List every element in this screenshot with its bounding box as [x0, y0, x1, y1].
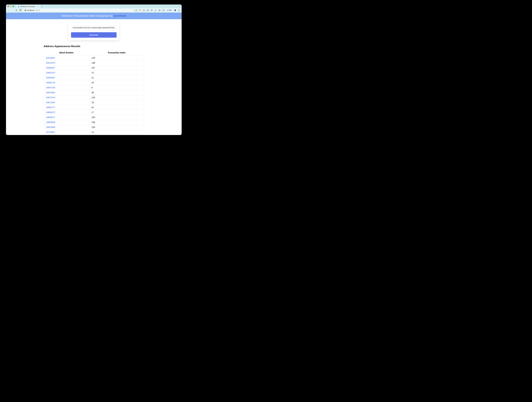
window-close-button[interactable] — [7, 6, 9, 7]
site-info-icon[interactable]: i — [25, 9, 26, 11]
cell-block-number: 19864777 — [44, 105, 89, 110]
block-number-link[interactable]: 19872424 — [46, 96, 55, 99]
svg-marker-0 — [143, 10, 145, 11]
cell-transaction-index: 100 — [89, 115, 144, 120]
browser-window: Ethereum Transactions Index × + ⌄ ← → ⟳ … — [6, 5, 182, 135]
table-row: 19872424123 — [44, 95, 144, 100]
tabs-overflow-button[interactable]: ⌄ — [179, 5, 180, 7]
reader-mode-icon[interactable] — [162, 9, 165, 12]
brave-shield-icon[interactable] — [139, 9, 141, 12]
bookmark-icon[interactable] — [19, 9, 22, 12]
vpn-indicator[interactable]: VPN — [166, 9, 172, 11]
cell-transaction-index: 125 — [89, 56, 144, 60]
cell-block-number: 19823506 — [44, 125, 89, 130]
tab-strip: Ethereum Transactions Index × + ⌄ — [6, 5, 182, 8]
page-header: Ethereum Transactions Index Comparison b… — [6, 13, 182, 19]
vite-favicon-icon — [18, 6, 19, 7]
block-number-link[interactable]: 19951872 — [46, 71, 55, 74]
tab-title: Ethereum Transactions Index — [20, 6, 37, 7]
input-card: Generate — [68, 22, 119, 40]
cell-transaction-index: 72 — [89, 70, 144, 75]
block-number-link[interactable]: 19933718 — [46, 81, 55, 84]
cell-transaction-index: 138 — [89, 60, 144, 65]
cell-transaction-index: 17 — [89, 110, 144, 115]
block-number-link[interactable]: 19735867 — [46, 131, 55, 133]
cell-block-number: 19996027 — [44, 65, 89, 70]
svg-rect-3 — [159, 10, 160, 11]
table-row: 1994555721 — [44, 75, 144, 80]
url-port: 5173 — [36, 9, 40, 11]
block-number-link[interactable]: 20018091 — [46, 57, 55, 59]
cell-block-number: 19951872 — [44, 70, 89, 75]
block-number-link[interactable]: 19823506 — [46, 126, 55, 128]
block-number-link[interactable]: 19864777 — [46, 106, 55, 109]
cell-block-number: 19836908 — [44, 120, 89, 125]
table-row: 1987238716 — [44, 100, 144, 105]
new-tab-button[interactable]: + — [41, 5, 43, 7]
cell-transaction-index: 107 — [89, 65, 144, 70]
results-section: Address Appearances Results Block Number… — [44, 45, 144, 135]
sidebar-toggle-icon[interactable] — [158, 9, 161, 12]
cell-transaction-index: 21 — [89, 75, 144, 80]
address-bar[interactable]: i localhost:5173 — [23, 9, 133, 12]
block-number-link[interactable]: 19907240 — [46, 86, 55, 89]
cell-transaction-index: 29 — [89, 80, 144, 85]
tab-close-button[interactable]: × — [38, 5, 39, 7]
profile-icon[interactable] — [174, 9, 176, 12]
page-viewport[interactable]: Ethereum Transactions Index Comparison b… — [6, 13, 182, 135]
block-number-link[interactable]: 19836908 — [46, 121, 55, 123]
toolbar-right-icons: VPN — [135, 9, 180, 12]
table-row: 19845517100 — [44, 115, 144, 120]
window-minimize-button[interactable] — [10, 6, 12, 7]
block-number-link[interactable]: 19872387 — [46, 101, 55, 104]
header-title: Ethereum Transactions Index Comparison b… — [62, 14, 114, 17]
table-row: 19836908136 — [44, 120, 144, 125]
table-row: 1973586711 — [44, 130, 144, 135]
table-row: 1995187272 — [44, 70, 144, 75]
browser-tab[interactable]: Ethereum Transactions Index × — [16, 5, 40, 8]
cell-block-number: 19872387 — [44, 100, 89, 105]
address-input[interactable] — [71, 25, 117, 30]
cell-block-number: 19945557 — [44, 75, 89, 80]
cell-block-number: 19735867 — [44, 130, 89, 135]
window-maximize-button[interactable] — [13, 6, 14, 7]
browser-toolbar: ← → ⟳ i localhost:5173 — [6, 8, 182, 13]
table-row: 1985827217 — [44, 110, 144, 115]
back-button[interactable]: ← — [7, 9, 10, 12]
cell-block-number: 19845517 — [44, 115, 89, 120]
downloads-icon[interactable] — [154, 9, 157, 12]
generate-button[interactable]: Generate — [71, 32, 117, 38]
block-number-link[interactable]: 19945557 — [46, 77, 55, 79]
cell-transaction-index: 123 — [89, 95, 144, 100]
block-number-link[interactable]: 19879462 — [46, 91, 55, 94]
cell-transaction-index: 11 — [89, 130, 144, 135]
block-number-link[interactable]: 19996027 — [46, 67, 55, 69]
svg-point-2 — [148, 10, 148, 11]
menu-icon[interactable] — [178, 9, 180, 12]
col-block-number: Block Number — [44, 50, 89, 56]
wallet-extension-icon[interactable] — [146, 9, 149, 12]
svg-rect-5 — [163, 10, 164, 11]
cell-block-number: 19933718 — [44, 80, 89, 85]
cell-block-number: 20018091 — [44, 56, 89, 60]
table-row: 19996027107 — [44, 65, 144, 70]
table-row: 199072406 — [44, 85, 144, 90]
table-row: 20018091125 — [44, 56, 144, 60]
vpn-status-dot-icon — [167, 10, 168, 11]
traffic-lights — [7, 6, 14, 7]
share-icon[interactable] — [135, 9, 137, 12]
block-number-link[interactable]: 20015075 — [46, 62, 55, 64]
block-number-link[interactable]: 19858272 — [46, 111, 55, 114]
reload-button[interactable]: ⟳ — [15, 9, 18, 12]
cell-transaction-index: 136 — [89, 120, 144, 125]
results-table: Block Number Transaction Index 200180911… — [44, 50, 144, 135]
cell-block-number: 19907240 — [44, 85, 89, 90]
brave-rewards-icon[interactable] — [143, 9, 145, 12]
block-number-link[interactable]: 19845517 — [46, 116, 55, 118]
extensions-icon[interactable] — [151, 9, 153, 12]
vpn-label: VPN — [168, 9, 171, 11]
cell-block-number: 20015075 — [44, 60, 89, 65]
results-heading: Address Appearances Results — [44, 45, 144, 48]
forward-button[interactable]: → — [11, 9, 14, 12]
header-quicknode-link[interactable]: QuickNode — [113, 14, 126, 17]
